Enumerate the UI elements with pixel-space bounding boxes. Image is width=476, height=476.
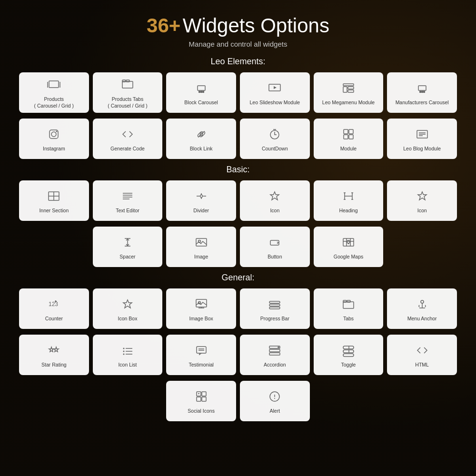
widget-social-icons[interactable]: Social Icons: [166, 381, 236, 421]
svg-marker-53: [418, 192, 426, 200]
widget-leo-blog[interactable]: Leo Blog Module: [387, 119, 457, 159]
star-icon: [268, 189, 281, 205]
widget-icon-list[interactable]: Icon List: [93, 335, 163, 375]
svg-rect-69: [196, 299, 207, 307]
widget-label: Star Rating: [41, 362, 67, 368]
widget-image-box[interactable]: Image Box: [166, 288, 236, 329]
widget-image[interactable]: Image: [166, 227, 236, 267]
maps-icon: [342, 236, 355, 251]
widget-tabs[interactable]: Tabs: [314, 288, 384, 329]
widget-label: Inner Section: [39, 208, 69, 214]
widget-heading[interactable]: Heading: [314, 180, 384, 221]
svg-rect-28: [349, 135, 353, 139]
slideshow-icon: [268, 81, 281, 97]
widget-icon2[interactable]: Icon: [387, 180, 457, 221]
icon-box-icon: [121, 298, 134, 313]
svg-rect-78: [347, 300, 350, 302]
widget-label: Block Link: [190, 146, 213, 152]
inner-section-icon: [47, 189, 60, 205]
svg-marker-82: [49, 347, 54, 352]
svg-point-16: [419, 91, 421, 92]
toggle-icon: [342, 344, 355, 359]
widget-generate-code[interactable]: Generate Code: [93, 119, 163, 159]
svg-point-17: [421, 91, 423, 92]
widget-toggle[interactable]: Toggle: [314, 335, 384, 375]
widget-label: Button: [268, 254, 282, 260]
section-leo-elements-label: Leo Elements:: [19, 57, 457, 67]
svg-point-18: [423, 91, 425, 92]
widget-label: Image: [194, 254, 208, 260]
svg-rect-100: [343, 354, 354, 357]
svg-point-111: [274, 398, 275, 399]
svg-rect-15: [418, 86, 426, 90]
general-row1: 123 Counter Icon Box Image Box Progress …: [19, 288, 457, 329]
widget-instagram[interactable]: Instagram: [19, 119, 89, 159]
svg-rect-94: [269, 349, 280, 352]
megamenu-icon: [342, 81, 355, 97]
svg-marker-83: [54, 347, 59, 352]
widget-label: Toggle: [341, 362, 356, 368]
svg-rect-27: [344, 135, 348, 139]
svg-marker-68: [123, 300, 132, 308]
widget-module[interactable]: Module: [314, 119, 384, 159]
widget-manufacturers-carousel[interactable]: Manufacturers Carousel: [387, 72, 457, 113]
widget-label: Divider: [193, 208, 209, 214]
widget-label: Progress Bar: [260, 316, 289, 322]
svg-marker-42: [200, 194, 203, 198]
anchor-icon: [416, 298, 429, 313]
section-basic-label: Basic:: [19, 165, 457, 175]
list-icon: [121, 344, 134, 359]
widget-leo-slideshow[interactable]: Leo Slideshow Module: [240, 72, 310, 113]
widget-icon-box[interactable]: Icon Box: [93, 288, 163, 329]
widget-html[interactable]: HTML: [387, 335, 457, 375]
widget-spacer[interactable]: Spacer: [93, 227, 163, 267]
svg-rect-5: [126, 80, 129, 82]
widget-label: Counter: [45, 316, 63, 322]
widget-divider[interactable]: Divider: [166, 180, 236, 221]
widget-label: Google Maps: [334, 254, 363, 260]
general-row2: Star Rating Icon List Testimonial Accord…: [19, 335, 457, 375]
widget-menu-anchor[interactable]: Menu Anchor: [387, 288, 457, 329]
tabs-carousel-icon: [121, 78, 134, 93]
widget-accordion[interactable]: Accordion: [240, 335, 310, 375]
widget-text-editor[interactable]: Text Editor: [93, 180, 163, 221]
widget-icon[interactable]: Icon: [240, 180, 310, 221]
widget-leo-megamenu[interactable]: Leo Megamenu Module: [314, 72, 384, 113]
widget-count: 36+: [147, 14, 180, 37]
svg-point-84: [123, 347, 124, 349]
svg-rect-75: [269, 307, 280, 309]
widget-google-maps[interactable]: Google Maps: [314, 227, 384, 267]
widget-label: Block Carousel: [184, 99, 218, 106]
widget-countdown[interactable]: CountDown: [240, 119, 310, 159]
code-icon: [121, 128, 134, 143]
social-icon: [195, 390, 208, 405]
svg-rect-25: [344, 129, 348, 134]
counter-icon: 123: [47, 298, 60, 313]
widget-block-link[interactable]: Block Link: [166, 119, 236, 159]
widget-label: Testimonial: [188, 362, 214, 368]
widget-inner-section[interactable]: Inner Section: [19, 180, 89, 221]
svg-rect-14: [348, 90, 354, 92]
testimonial-icon: [195, 344, 208, 359]
widget-alert[interactable]: Alert: [240, 381, 310, 421]
widget-label: Icon: [417, 208, 427, 214]
leo-elements-row2: Instagram Generate Code Block Link Count…: [19, 119, 457, 159]
image-box-icon: [195, 298, 208, 313]
widget-counter[interactable]: 123 Counter: [19, 288, 89, 329]
svg-rect-11: [343, 84, 354, 86]
widget-products-carousel[interactable]: Products( Carousel / Grid ): [19, 72, 89, 113]
widget-label: CountDown: [262, 146, 288, 152]
widget-button[interactable]: Button: [240, 227, 310, 267]
widget-star-rating[interactable]: Star Rating: [19, 335, 89, 375]
widget-label: Icon List: [118, 362, 137, 368]
widget-progress-bar[interactable]: Progress Bar: [240, 288, 310, 329]
widget-products-tabs[interactable]: Products Tabs( Carousel / Grid ): [93, 72, 163, 113]
button-icon: [268, 236, 281, 251]
leo-elements-row1: Products( Carousel / Grid ) Products Tab…: [19, 72, 457, 113]
widget-testimonial[interactable]: Testimonial: [166, 335, 236, 375]
svg-point-7: [198, 91, 200, 92]
widget-block-carousel[interactable]: Block Carousel: [166, 72, 236, 113]
section-general-label: General:: [19, 273, 457, 283]
spacer-icon: [121, 236, 134, 251]
svg-rect-90: [197, 347, 206, 353]
